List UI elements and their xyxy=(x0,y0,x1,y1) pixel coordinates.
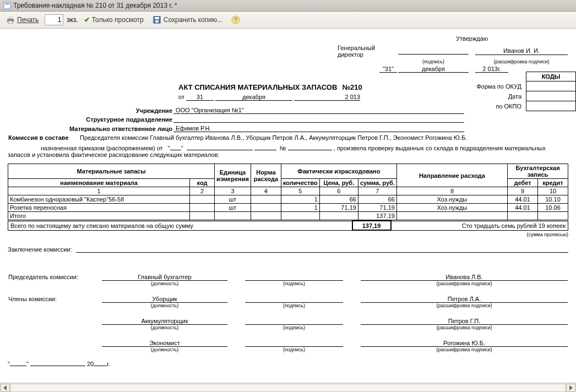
table-row: Комбинезон одноразовый "Каспер"56-58 шт … xyxy=(8,195,568,204)
svg-rect-3 xyxy=(8,17,13,19)
window-titlebar: Требование-накладная № 210 от 31 декабря… xyxy=(0,0,576,12)
approve-month: декабря xyxy=(398,66,469,73)
mol-label: Материально ответственное лицо xyxy=(8,124,173,133)
commission-text: Председателя комиссии Главный бухгалтер … xyxy=(80,134,467,141)
copies-input[interactable] xyxy=(45,14,63,25)
approve-sign-sub: (подпись) xyxy=(398,58,469,65)
approve-day: "31" xyxy=(379,66,397,73)
commission-label: Комиссия в составе xyxy=(8,134,79,141)
written-label: Всего по настоящему акту списано материа… xyxy=(8,221,352,230)
total-words: Сто тридцать семь рублей 19 копеек xyxy=(391,221,568,230)
view-only-button[interactable]: ✔ Только просмотр xyxy=(81,14,146,25)
chair-label: Председатель комиссии: xyxy=(8,263,101,287)
svg-rect-1 xyxy=(5,3,9,4)
view-only-label: Только просмотр xyxy=(92,16,144,24)
svg-rect-0 xyxy=(4,2,10,9)
copies-suffix: экз. xyxy=(67,16,78,24)
approve-post-label: Генеральный директор xyxy=(337,44,398,58)
svg-rect-6 xyxy=(155,17,159,19)
org-value: ООО "Организация №1" xyxy=(173,107,464,114)
from-label: от xyxy=(178,94,184,100)
table-row-total: Итого 137,19 xyxy=(8,212,568,220)
document-area: Утверждаю Генеральный директор Иванов И.… xyxy=(0,29,576,380)
save-copy-label: Сохранить копию... xyxy=(164,16,222,24)
approve-name: Иванов И. И. xyxy=(475,47,568,55)
window-title: Требование-накладная № 210 от 31 декабря… xyxy=(13,2,177,9)
help-button[interactable]: ? xyxy=(229,14,243,26)
org-label: Учреждение xyxy=(8,106,173,115)
act-year: 2 013 xyxy=(294,94,360,101)
svg-rect-7 xyxy=(155,20,159,23)
check-icon: ✔ xyxy=(84,16,90,24)
mol-value: Ефимов Р.Н. xyxy=(173,125,464,132)
act-day: 31 xyxy=(186,94,214,101)
total-amount: 137,19 xyxy=(352,221,391,230)
signatures-block: Председатель комиссии: Главный бухгалтер… xyxy=(8,263,568,353)
act-title: АКТ СПИСАНИЯ МАТЕРИАЛЬНЫХ ЗАПАСОВ xyxy=(178,83,337,91)
printer-icon xyxy=(6,15,15,24)
act-no-label: № xyxy=(342,83,350,91)
app-icon xyxy=(3,2,11,9)
help-icon: ? xyxy=(231,15,240,24)
table-row: Розетка переносная шт 1 71,19 71,19 Хоз.… xyxy=(8,204,568,212)
members-label: Члены комиссии: xyxy=(8,287,101,309)
conclusion-label: Заключение комиссии: xyxy=(8,246,72,253)
approve-name-sub: (расшифровка подписи) xyxy=(475,58,568,65)
save-icon xyxy=(153,15,161,24)
svg-rect-4 xyxy=(8,21,13,23)
conclusion-field xyxy=(76,245,568,253)
toolbar: Печать экз. ✔ Только просмотр Сохранить … xyxy=(0,12,576,29)
total-words-sub: (сумма прописью) xyxy=(8,232,568,237)
dept-value xyxy=(173,115,464,123)
codes-box: КОДЫ Форма по ОКУД Дата по ОКПО xyxy=(476,72,577,111)
approve-sign-field xyxy=(398,47,469,55)
act-month: декабря xyxy=(215,94,292,101)
act-no: 210 xyxy=(350,83,362,91)
svg-text:?: ? xyxy=(234,17,237,23)
order-label: назначенная приказом (распоряжением) от xyxy=(41,145,163,151)
materials-table: Материальные запасы Единица измерения Но… xyxy=(8,164,568,220)
print-label: Печать xyxy=(17,16,39,24)
dept-label: Структурное подразделение xyxy=(8,115,173,124)
print-button[interactable]: Печать xyxy=(3,14,41,26)
approve-caption: Утверждаю xyxy=(376,35,568,42)
save-copy-button[interactable]: Сохранить копию... xyxy=(150,14,225,26)
